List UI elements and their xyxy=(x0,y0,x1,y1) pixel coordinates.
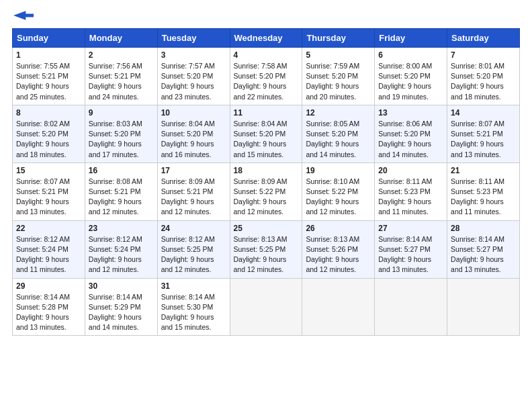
sunrise-text: Sunrise: 8:07 AM xyxy=(451,120,504,128)
sunset-text: Sunset: 5:21 PM xyxy=(161,187,214,195)
calendar-cell: 21Sunrise: 8:11 AMSunset: 5:23 PMDayligh… xyxy=(447,163,520,220)
calendar-cell: 28Sunrise: 8:14 AMSunset: 5:27 PMDayligh… xyxy=(447,220,520,278)
daylight-text: Daylight: 9 hours and 13 minutes. xyxy=(16,313,69,331)
calendar-cell: 12Sunrise: 8:05 AMSunset: 5:20 PMDayligh… xyxy=(302,105,375,163)
sunrise-text: Sunrise: 8:11 AM xyxy=(378,177,432,185)
cell-content: Sunrise: 8:03 AMSunset: 5:20 PMDaylight:… xyxy=(89,119,154,160)
page: SundayMondayTuesdayWednesdayThursdayFrid… xyxy=(0,0,532,411)
day-number: 6 xyxy=(378,50,443,60)
sunset-text: Sunset: 5:21 PM xyxy=(89,72,141,80)
calendar-cell: 17Sunrise: 8:09 AMSunset: 5:21 PMDayligh… xyxy=(157,163,230,220)
cell-content: Sunrise: 8:10 AMSunset: 5:22 PMDaylight:… xyxy=(306,177,371,218)
cell-content: Sunrise: 8:14 AMSunset: 5:29 PMDaylight:… xyxy=(89,292,154,333)
weekday-header-sunday: Sunday xyxy=(13,29,85,48)
cell-content: Sunrise: 8:04 AMSunset: 5:20 PMDaylight:… xyxy=(234,119,299,160)
calendar-cell: 25Sunrise: 8:13 AMSunset: 5:25 PMDayligh… xyxy=(230,220,302,278)
sunset-text: Sunset: 5:30 PM xyxy=(161,303,214,311)
daylight-text: Daylight: 9 hours and 19 minutes. xyxy=(378,82,431,100)
sunrise-text: Sunrise: 8:02 AM xyxy=(16,120,70,128)
calendar-cell: 16Sunrise: 8:08 AMSunset: 5:21 PMDayligh… xyxy=(85,163,157,220)
day-number: 28 xyxy=(451,224,516,233)
cell-content: Sunrise: 8:13 AMSunset: 5:26 PMDaylight:… xyxy=(306,234,371,275)
weekday-header-row: SundayMondayTuesdayWednesdayThursdayFrid… xyxy=(13,29,520,48)
day-number: 30 xyxy=(89,281,154,291)
calendar-cell: 20Sunrise: 8:11 AMSunset: 5:23 PMDayligh… xyxy=(375,163,447,220)
day-number: 13 xyxy=(378,108,443,118)
sunset-text: Sunset: 5:21 PM xyxy=(16,72,69,80)
cell-content: Sunrise: 8:11 AMSunset: 5:23 PMDaylight:… xyxy=(451,177,516,218)
cell-content: Sunrise: 8:02 AMSunset: 5:20 PMDaylight:… xyxy=(16,119,81,160)
daylight-text: Daylight: 9 hours and 15 minutes. xyxy=(161,313,214,331)
weekday-header-saturday: Saturday xyxy=(447,29,520,48)
calendar-cell: 18Sunrise: 8:09 AMSunset: 5:22 PMDayligh… xyxy=(230,163,302,220)
calendar-cell: 30Sunrise: 8:14 AMSunset: 5:29 PMDayligh… xyxy=(85,278,157,336)
sunrise-text: Sunrise: 8:14 AM xyxy=(451,235,504,243)
day-number: 9 xyxy=(89,108,154,118)
sunset-text: Sunset: 5:28 PM xyxy=(16,303,69,311)
cell-content: Sunrise: 8:12 AMSunset: 5:25 PMDaylight:… xyxy=(161,234,226,275)
calendar-cell: 19Sunrise: 8:10 AMSunset: 5:22 PMDayligh… xyxy=(302,163,375,220)
sunset-text: Sunset: 5:26 PM xyxy=(306,245,358,253)
day-number: 23 xyxy=(89,224,154,233)
calendar-cell: 29Sunrise: 8:14 AMSunset: 5:28 PMDayligh… xyxy=(13,278,85,336)
day-number: 24 xyxy=(161,224,226,233)
sunset-text: Sunset: 5:20 PM xyxy=(16,130,69,138)
sunset-text: Sunset: 5:27 PM xyxy=(378,245,431,253)
sunset-text: Sunset: 5:22 PM xyxy=(306,187,358,195)
cell-content: Sunrise: 8:09 AMSunset: 5:21 PMDaylight:… xyxy=(161,177,226,218)
daylight-text: Daylight: 9 hours and 13 minutes. xyxy=(16,197,69,216)
sunrise-text: Sunrise: 8:01 AM xyxy=(451,62,504,70)
sunrise-text: Sunrise: 8:12 AM xyxy=(16,235,70,243)
daylight-text: Daylight: 9 hours and 24 minutes. xyxy=(89,82,142,100)
weekday-header-thursday: Thursday xyxy=(302,29,375,48)
cell-content: Sunrise: 8:14 AMSunset: 5:27 PMDaylight:… xyxy=(378,234,443,275)
daylight-text: Daylight: 9 hours and 12 minutes. xyxy=(89,197,142,216)
day-number: 31 xyxy=(161,281,226,291)
sunset-text: Sunset: 5:23 PM xyxy=(378,187,431,195)
cell-content: Sunrise: 8:06 AMSunset: 5:20 PMDaylight:… xyxy=(378,119,443,160)
logo xyxy=(12,12,34,20)
daylight-text: Daylight: 9 hours and 16 minutes. xyxy=(161,140,214,158)
day-number: 22 xyxy=(16,224,81,233)
sunset-text: Sunset: 5:24 PM xyxy=(89,245,141,253)
calendar-table: SundayMondayTuesdayWednesdayThursdayFrid… xyxy=(12,28,520,336)
day-number: 20 xyxy=(378,166,443,175)
day-number: 14 xyxy=(451,108,516,118)
cell-content: Sunrise: 8:13 AMSunset: 5:25 PMDaylight:… xyxy=(234,234,299,275)
day-number: 17 xyxy=(161,166,226,175)
cell-content: Sunrise: 8:07 AMSunset: 5:21 PMDaylight:… xyxy=(16,177,81,218)
calendar-cell: 9Sunrise: 8:03 AMSunset: 5:20 PMDaylight… xyxy=(85,105,157,163)
sunset-text: Sunset: 5:20 PM xyxy=(306,130,358,138)
daylight-text: Daylight: 9 hours and 18 minutes. xyxy=(451,82,504,100)
cell-content: Sunrise: 7:56 AMSunset: 5:21 PMDaylight:… xyxy=(89,61,154,102)
daylight-text: Daylight: 9 hours and 14 minutes. xyxy=(306,140,359,158)
sunrise-text: Sunrise: 8:12 AM xyxy=(89,235,142,243)
sunrise-text: Sunrise: 8:13 AM xyxy=(306,235,359,243)
day-number: 11 xyxy=(234,108,299,118)
daylight-text: Daylight: 9 hours and 12 minutes. xyxy=(234,197,287,216)
cell-content: Sunrise: 8:08 AMSunset: 5:21 PMDaylight:… xyxy=(89,177,154,218)
sunset-text: Sunset: 5:21 PM xyxy=(89,187,141,195)
sunrise-text: Sunrise: 8:14 AM xyxy=(161,293,215,301)
daylight-text: Daylight: 9 hours and 12 minutes. xyxy=(306,255,359,273)
cell-content: Sunrise: 8:14 AMSunset: 5:28 PMDaylight:… xyxy=(16,292,81,333)
daylight-text: Daylight: 9 hours and 13 minutes. xyxy=(451,140,504,158)
weekday-header-monday: Monday xyxy=(85,29,157,48)
sunset-text: Sunset: 5:23 PM xyxy=(451,187,503,195)
calendar-cell: 26Sunrise: 8:13 AMSunset: 5:26 PMDayligh… xyxy=(302,220,375,278)
calendar-cell: 23Sunrise: 8:12 AMSunset: 5:24 PMDayligh… xyxy=(85,220,157,278)
sunrise-text: Sunrise: 8:04 AM xyxy=(161,120,215,128)
daylight-text: Daylight: 9 hours and 22 minutes. xyxy=(234,82,287,100)
day-number: 7 xyxy=(451,50,516,60)
daylight-text: Daylight: 9 hours and 13 minutes. xyxy=(378,255,431,273)
sunrise-text: Sunrise: 8:08 AM xyxy=(89,177,142,185)
sunrise-text: Sunrise: 8:10 AM xyxy=(306,177,359,185)
calendar-cell: 6Sunrise: 8:00 AMSunset: 5:20 PMDaylight… xyxy=(375,48,447,105)
weekday-header-friday: Friday xyxy=(375,29,447,48)
sunrise-text: Sunrise: 8:03 AM xyxy=(89,120,142,128)
day-number: 3 xyxy=(161,50,226,60)
cell-content: Sunrise: 7:55 AMSunset: 5:21 PMDaylight:… xyxy=(16,61,81,102)
cell-content: Sunrise: 8:01 AMSunset: 5:20 PMDaylight:… xyxy=(451,61,516,102)
daylight-text: Daylight: 9 hours and 14 minutes. xyxy=(89,313,142,331)
calendar-cell: 1Sunrise: 7:55 AMSunset: 5:21 PMDaylight… xyxy=(13,48,85,105)
